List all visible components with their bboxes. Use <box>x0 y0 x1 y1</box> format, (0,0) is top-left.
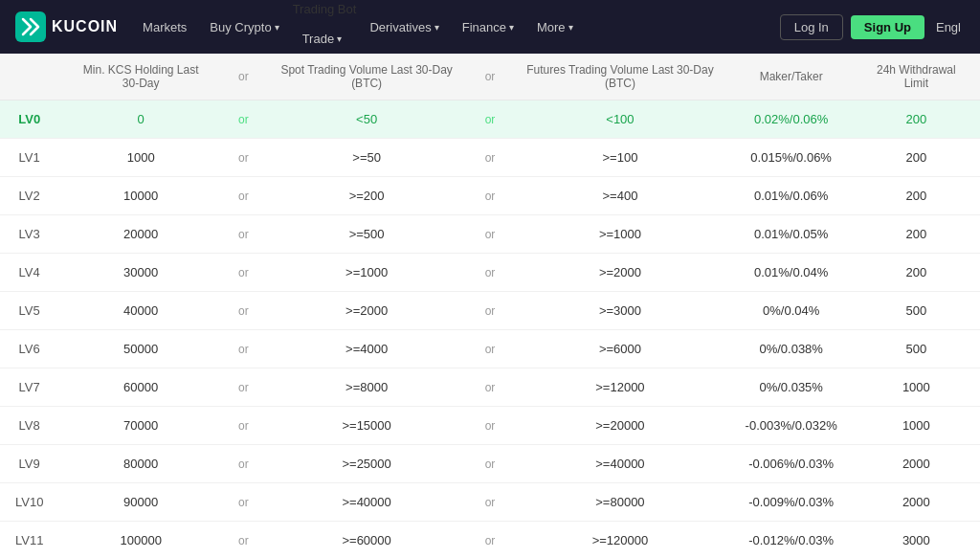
col-header-kcs: Min. KCS Holding Last 30-Day <box>58 54 223 100</box>
fee-table-container: Min. KCS Holding Last 30-Day or Spot Tra… <box>0 54 980 558</box>
login-button[interactable]: Log In <box>780 14 843 40</box>
col-header-fee: Maker/Taker <box>730 54 853 100</box>
cell-futures: >=100 <box>510 139 729 177</box>
cell-or-1: or <box>223 100 264 139</box>
cell-or-2: or <box>470 407 511 445</box>
cell-kcs: 20000 <box>58 215 223 254</box>
cell-level: LV3 <box>0 215 58 254</box>
cell-fee: -0.006%/0.03% <box>730 445 853 483</box>
cell-or-1: or <box>223 139 264 177</box>
cell-futures: <100 <box>510 100 729 139</box>
cell-spot: >=60000 <box>264 522 470 559</box>
cell-kcs: 0 <box>58 100 223 139</box>
table-row: LV430000or>=1000or>=20000.01%/0.04%200 <box>0 254 980 292</box>
cell-fee: 0.01%/0.05% <box>730 215 853 254</box>
cell-withdrawal: 1000 <box>853 368 980 407</box>
cell-kcs: 60000 <box>58 368 223 407</box>
table-row: LV760000or>=8000or>=120000%/0.035%1000 <box>0 368 980 407</box>
logo[interactable]: KUCOIN <box>15 11 118 42</box>
cell-or-1: or <box>223 407 264 445</box>
signup-button[interactable]: Sign Up <box>851 15 924 39</box>
cell-futures: >=20000 <box>510 407 729 445</box>
cell-futures: >=1000 <box>510 215 729 254</box>
cell-level: LV8 <box>0 407 58 445</box>
table-row: LV540000or>=2000or>=30000%/0.04%500 <box>0 292 980 330</box>
cell-fee: -0.009%/0.03% <box>730 483 853 522</box>
nav-derivatives[interactable]: Derivatives ▾ <box>360 14 448 40</box>
cell-spot: >=15000 <box>264 407 470 445</box>
nav-right: Log In Sign Up Engl <box>780 14 965 40</box>
cell-withdrawal: 200 <box>853 139 980 177</box>
fee-table: Min. KCS Holding Last 30-Day or Spot Tra… <box>0 54 980 558</box>
cell-kcs: 10000 <box>58 177 223 215</box>
cell-or-2: or <box>470 445 511 483</box>
cell-withdrawal: 500 <box>853 292 980 330</box>
cell-kcs: 50000 <box>58 330 223 368</box>
cell-kcs: 80000 <box>58 445 223 483</box>
cell-fee: 0.02%/0.06% <box>730 100 853 139</box>
cell-futures: >=2000 <box>510 254 729 292</box>
cell-kcs: 1000 <box>58 139 223 177</box>
cell-level: LV6 <box>0 330 58 368</box>
cell-or-1: or <box>223 522 264 559</box>
cell-futures: >=3000 <box>510 292 729 330</box>
cell-futures: >=12000 <box>510 368 729 407</box>
table-row: LV320000or>=500or>=10000.01%/0.05%200 <box>0 215 980 254</box>
cell-spot: >=50 <box>264 139 470 177</box>
cell-or-1: or <box>223 177 264 215</box>
col-header-withdrawal: 24h Withdrawal Limit <box>853 54 980 100</box>
table-header: Min. KCS Holding Last 30-Day or Spot Tra… <box>0 54 980 100</box>
cell-kcs: 90000 <box>58 483 223 522</box>
cell-or-1: or <box>223 483 264 522</box>
cell-futures: >=400 <box>510 177 729 215</box>
cell-or-1: or <box>223 215 264 254</box>
nav-markets[interactable]: Markets <box>133 14 196 40</box>
cell-futures: >=120000 <box>510 522 729 559</box>
col-header-futures: Futures Trading Volume Last 30-Day (BTC) <box>510 54 729 100</box>
language-selector[interactable]: Engl <box>932 14 965 40</box>
table-body: LV00or<50or<1000.02%/0.06%200LV11000or>=… <box>0 100 980 559</box>
table-row: LV650000or>=4000or>=60000%/0.038%500 <box>0 330 980 368</box>
table-row: LV00or<50or<1000.02%/0.06%200 <box>0 100 980 139</box>
cell-spot: >=200 <box>264 177 470 215</box>
cell-or-2: or <box>470 292 511 330</box>
cell-spot: >=8000 <box>264 368 470 407</box>
cell-withdrawal: 3000 <box>853 522 980 559</box>
cell-spot: >=1000 <box>264 254 470 292</box>
cell-fee: 0.01%/0.04% <box>730 254 853 292</box>
nav-finance[interactable]: Finance ▾ <box>453 14 523 40</box>
table-row: LV210000or>=200or>=4000.01%/0.06%200 <box>0 177 980 215</box>
nav-more[interactable]: More ▾ <box>527 14 583 40</box>
cell-or-2: or <box>470 177 511 215</box>
cell-spot: >=40000 <box>264 483 470 522</box>
cell-level: LV11 <box>0 522 58 559</box>
cell-or-2: or <box>470 522 511 559</box>
cell-kcs: 40000 <box>58 292 223 330</box>
trading-bot-badge: Trading Bot <box>293 2 357 16</box>
cell-kcs: 70000 <box>58 407 223 445</box>
cell-kcs: 30000 <box>58 254 223 292</box>
cell-withdrawal: 200 <box>853 254 980 292</box>
cell-fee: 0%/0.04% <box>730 292 853 330</box>
col-header-spot: Spot Trading Volume Last 30-Day (BTC) <box>264 54 470 100</box>
cell-withdrawal: 200 <box>853 215 980 254</box>
table-row: LV870000or>=15000or>=20000-0.003%/0.032%… <box>0 407 980 445</box>
cell-or-1: or <box>223 330 264 368</box>
cell-kcs: 100000 <box>58 522 223 559</box>
cell-fee: 0.01%/0.06% <box>730 177 853 215</box>
cell-or-2: or <box>470 254 511 292</box>
cell-withdrawal: 500 <box>853 330 980 368</box>
cell-or-2: or <box>470 330 511 368</box>
nav-trade[interactable]: Trade ▾ <box>293 26 351 52</box>
cell-or-1: or <box>223 254 264 292</box>
cell-futures: >=6000 <box>510 330 729 368</box>
cell-withdrawal: 2000 <box>853 445 980 483</box>
cell-or-2: or <box>470 100 511 139</box>
table-row: LV11100000or>=60000or>=120000-0.012%/0.0… <box>0 522 980 559</box>
cell-fee: -0.003%/0.032% <box>730 407 853 445</box>
cell-fee: -0.012%/0.03% <box>730 522 853 559</box>
nav-buy-crypto[interactable]: Buy Crypto ▾ <box>200 14 288 40</box>
cell-level: LV4 <box>0 254 58 292</box>
cell-or-2: or <box>470 139 511 177</box>
kucoin-logo-icon <box>15 11 46 42</box>
